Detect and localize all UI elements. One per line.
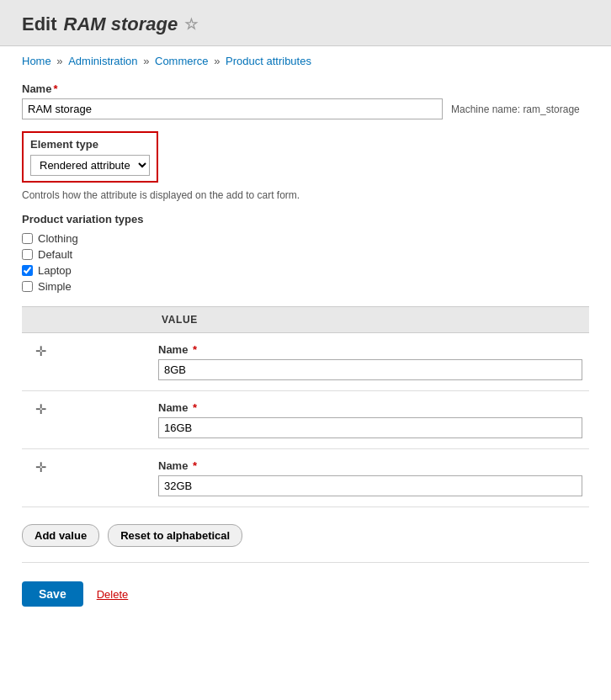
star-icon[interactable]: ☆ (184, 15, 198, 34)
value-name-label-1: Name * (158, 343, 582, 356)
form-content: Name* Machine name: ram_storage Element … (0, 67, 611, 622)
value-name-cell-2: Name * (151, 391, 589, 449)
name-label: Name* (22, 82, 589, 95)
checkbox-laptop: Laptop (22, 264, 589, 277)
element-type-select[interactable]: Rendered attribute Select list Checkboxe… (30, 155, 150, 176)
name-input[interactable] (22, 98, 443, 119)
table-row: ✛ Name * (22, 391, 589, 449)
bottom-actions: Save Delete (22, 581, 589, 607)
breadcrumb-sep-3: » (214, 55, 223, 67)
actions-row: Add value Reset to alphabetical (22, 524, 589, 547)
value-col-name: VALUE (151, 307, 589, 333)
variation-types-label: Product variation types (22, 213, 589, 225)
value-name-input-3[interactable] (158, 475, 582, 496)
element-type-field-group: Element type Rendered attribute Select l… (22, 131, 589, 201)
value-table-header-row: VALUE (22, 307, 589, 333)
variation-types-group: Product variation types Clothing Default… (22, 213, 589, 293)
machine-name: Machine name: ram_storage (451, 103, 580, 115)
checkbox-default-label[interactable]: Default (38, 248, 72, 261)
value-name-input-1[interactable] (158, 359, 582, 380)
page-header: Edit RAM storage ☆ Home » Administration… (0, 0, 611, 67)
value-name-input-2[interactable] (158, 417, 582, 438)
save-button[interactable]: Save (22, 581, 83, 607)
form-divider (22, 562, 589, 563)
name-required: * (53, 82, 57, 95)
drag-handle-2[interactable]: ✛ (29, 399, 53, 420)
breadcrumb-commerce[interactable]: Commerce (155, 55, 209, 67)
element-type-box: Element type Rendered attribute Select l… (22, 131, 158, 183)
delete-button[interactable]: Delete (97, 588, 129, 601)
breadcrumb-sep-2: » (143, 55, 152, 67)
title-italic: RAM storage (64, 13, 178, 35)
table-row: ✛ Name * (22, 333, 589, 391)
value-name-label-3: Name * (158, 459, 582, 472)
breadcrumb: Home » Administration » Commerce » Produ… (22, 55, 589, 67)
name-row: Machine name: ram_storage (22, 98, 589, 119)
reset-alphabetical-button[interactable]: Reset to alphabetical (108, 524, 242, 547)
element-type-select-row: Rendered attribute Select list Checkboxe… (30, 155, 150, 176)
breadcrumb-administration[interactable]: Administration (68, 55, 137, 67)
drag-handle-1[interactable]: ✛ (29, 341, 53, 362)
drag-handle-3[interactable]: ✛ (29, 457, 53, 478)
table-row: ✛ Name * (22, 449, 589, 507)
value-name-cell-1: Name * (151, 333, 589, 391)
breadcrumb-home[interactable]: Home (22, 55, 51, 67)
checkbox-simple-input[interactable] (22, 281, 33, 292)
element-type-desc: Controls how the attribute is displayed … (22, 189, 589, 201)
checkbox-clothing-input[interactable] (22, 233, 33, 244)
checkbox-laptop-input[interactable] (22, 265, 33, 276)
value-col-drag (22, 307, 151, 333)
checkbox-simple: Simple (22, 280, 589, 293)
breadcrumb-sep-1: » (56, 55, 66, 67)
title-prefix: Edit (22, 13, 57, 35)
value-name-cell-3: Name * (151, 449, 589, 507)
breadcrumb-product-attributes[interactable]: Product attributes (226, 55, 311, 67)
name-field-group: Name* Machine name: ram_storage (22, 82, 589, 119)
checkbox-clothing: Clothing (22, 232, 589, 245)
page-title: Edit RAM storage ☆ (22, 13, 589, 35)
checkbox-simple-label[interactable]: Simple (38, 280, 72, 293)
checkbox-clothing-label[interactable]: Clothing (38, 232, 78, 245)
checkbox-laptop-label[interactable]: Laptop (38, 264, 72, 277)
value-table: VALUE ✛ Name * ✛ Name * (22, 306, 589, 507)
element-type-label: Element type (30, 138, 150, 151)
value-name-label-2: Name * (158, 401, 582, 414)
add-value-button[interactable]: Add value (22, 524, 99, 547)
checkbox-default-input[interactable] (22, 249, 33, 260)
checkbox-default: Default (22, 248, 589, 261)
